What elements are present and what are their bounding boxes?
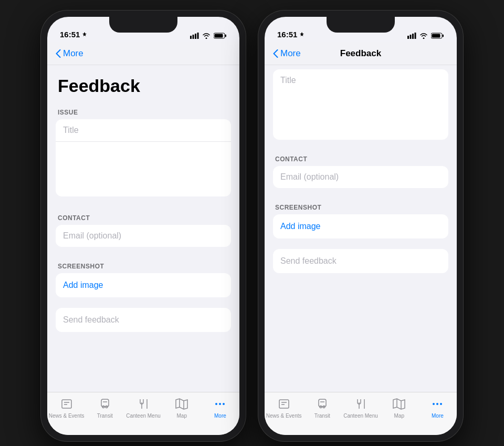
page-title-left: Feedback [47, 65, 239, 101]
contact-section-label-right: CONTACT [265, 148, 457, 166]
canteen-icon-right [353, 397, 368, 411]
screenshot-section-label-left: SCREENSHOT [47, 255, 239, 273]
tab-more-label-left: More [214, 413, 226, 419]
svg-rect-24 [412, 34, 414, 39]
add-image-button-right[interactable]: Add image [280, 222, 321, 231]
svg-point-41 [433, 403, 435, 405]
svg-rect-2 [195, 34, 196, 39]
more-icon-right [430, 397, 445, 411]
add-image-card-left: Add image [56, 273, 231, 297]
tab-more-label-right: More [432, 413, 444, 419]
svg-point-21 [223, 403, 225, 405]
send-feedback-card-right: Send feedback [273, 249, 448, 273]
news-icon-right [277, 397, 291, 411]
svg-rect-32 [319, 399, 326, 407]
phone-right: 16:51 More Feedback CONTACT [258, 11, 463, 441]
svg-rect-27 [443, 35, 444, 37]
map-icon-left [174, 397, 189, 411]
svg-rect-5 [225, 35, 227, 37]
svg-point-43 [440, 403, 442, 405]
contact-card-right [273, 166, 448, 188]
svg-rect-3 [197, 33, 199, 39]
status-time-right: 16:51 [277, 30, 304, 39]
notch-right [327, 17, 395, 33]
back-button-right[interactable]: More [273, 48, 301, 59]
tab-canteen-right[interactable]: Canteen Menu [341, 397, 380, 419]
email-input-left[interactable] [56, 225, 231, 247]
screen-content-left[interactable]: Feedback ISSUE CONTACT SCREENSHOT Add im… [47, 65, 239, 392]
tab-news-label-left: News & Events [49, 413, 85, 419]
back-button-left[interactable]: More [56, 48, 83, 59]
svg-rect-6 [215, 34, 223, 38]
add-image-card-right: Add image [273, 214, 448, 238]
issue-section-label: ISSUE [47, 101, 239, 119]
svg-rect-28 [432, 34, 440, 38]
more-icon-left [213, 397, 227, 411]
transit-icon-right [315, 397, 330, 411]
svg-marker-38 [393, 399, 405, 409]
svg-marker-16 [176, 399, 187, 409]
tab-more-left[interactable]: More [201, 397, 239, 419]
svg-rect-10 [101, 399, 109, 407]
title-textarea-right[interactable] [273, 69, 448, 138]
canteen-icon-left [136, 397, 151, 411]
tab-canteen-label-right: Canteen Menu [343, 413, 378, 419]
tab-map-right[interactable]: Map [380, 397, 418, 419]
screenshot-section-label-right: SCREENSHOT [265, 196, 457, 214]
title-field-card-right [273, 69, 448, 140]
map-icon-right [392, 397, 406, 411]
svg-rect-23 [410, 35, 412, 39]
tab-news-label-right: News & Events [266, 413, 302, 419]
phone-left: 16:51 More Feedback ISSUE [41, 11, 246, 441]
transit-icon-left [98, 397, 112, 411]
tab-transit-label-right: Transit [314, 413, 330, 419]
tab-map-left[interactable]: Map [163, 397, 201, 419]
tab-transit-right[interactable]: Transit [303, 397, 341, 419]
tab-map-label-left: Map [176, 413, 186, 419]
svg-rect-0 [190, 36, 192, 39]
nav-bar-left: More [47, 42, 239, 65]
add-image-button-left[interactable]: Add image [63, 281, 103, 290]
news-icon-left [59, 397, 74, 411]
tab-canteen-label-left: Canteen Menu [126, 413, 161, 419]
send-feedback-button-right[interactable]: Send feedback [280, 256, 337, 266]
issue-description-left[interactable] [56, 142, 231, 194]
status-icons-right [407, 33, 444, 39]
svg-point-19 [215, 403, 217, 405]
issue-card-left [56, 119, 231, 196]
tab-transit-left[interactable]: Transit [86, 397, 124, 419]
tab-news-right[interactable]: News & Events [265, 397, 303, 419]
tab-map-label-right: Map [394, 413, 404, 419]
send-feedback-button-left[interactable]: Send feedback [63, 315, 119, 325]
svg-rect-25 [415, 33, 416, 39]
svg-rect-29 [279, 400, 289, 408]
tab-bar-left: News & Events Transit Canteen Menu [47, 392, 239, 435]
send-feedback-card-left: Send feedback [56, 308, 231, 332]
status-time-left: 16:51 [60, 30, 87, 39]
tab-bar-right: News & Events Transit Canteen Menu Map [265, 392, 457, 435]
contact-section-label-left: CONTACT [47, 207, 239, 225]
tab-transit-label-left: Transit [97, 413, 113, 419]
svg-rect-22 [407, 36, 409, 39]
svg-point-42 [436, 403, 438, 405]
nav-title-right: Feedback [340, 48, 381, 59]
tab-news-left[interactable]: News & Events [47, 397, 86, 419]
screen-content-right[interactable]: CONTACT SCREENSHOT Add image Send feedba… [265, 65, 457, 392]
tab-more-right[interactable]: More [418, 397, 457, 419]
issue-title-input-left[interactable] [56, 119, 231, 142]
svg-rect-1 [193, 35, 194, 39]
email-input-right[interactable] [273, 166, 448, 188]
svg-rect-7 [62, 400, 71, 408]
notch-left [109, 17, 177, 33]
nav-bar-right: More Feedback [265, 42, 457, 65]
svg-point-20 [219, 403, 221, 405]
status-icons-left [190, 33, 227, 39]
contact-card-left [56, 225, 231, 247]
tab-canteen-left[interactable]: Canteen Menu [124, 397, 162, 419]
